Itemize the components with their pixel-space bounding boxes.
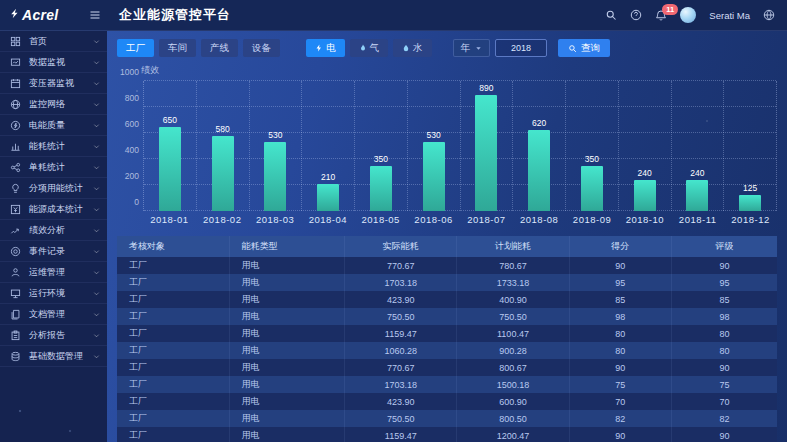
table-row[interactable]: 工厂用电1159.471100.478080 (117, 325, 777, 342)
sidebar-item-event-records[interactable]: 事件记录 (0, 241, 107, 262)
sidebar-item-ops-management[interactable]: 运维管理 (0, 262, 107, 283)
energy-gas-button[interactable]: 气 (350, 39, 389, 57)
sidebar-item-power-quality[interactable]: 电能质量 (0, 115, 107, 136)
table-row[interactable]: 工厂用电1703.181733.189595 (117, 274, 777, 291)
year-input[interactable] (495, 39, 547, 57)
sidebar-item-home[interactable]: 首页 (0, 31, 107, 52)
table-row[interactable]: 工厂用电1159.471200.479090 (117, 427, 777, 442)
app-root: Acrel 企业能源管控平台 11 Serati Ma (0, 0, 787, 442)
y-tick-label: 0 (134, 197, 139, 207)
sidebar-item-performance-analysis[interactable]: 绩效分析 (0, 220, 107, 241)
search-icon[interactable] (605, 9, 617, 21)
bar-slot: 350 (354, 81, 407, 211)
table-cell: 770.67 (345, 257, 457, 274)
query-button[interactable]: 查询 (558, 39, 610, 57)
bar-value-label: 890 (479, 83, 493, 93)
bar[interactable] (581, 166, 603, 212)
bar[interactable] (264, 142, 286, 211)
sidebar-item-unit-consumption[interactable]: 单耗统计 (0, 157, 107, 178)
sidebar-item-label: 监控网络 (29, 98, 93, 111)
sidebar-item-energy-stats[interactable]: 能耗统计 (0, 136, 107, 157)
sidebar-item-energy-cost[interactable]: 能源成本统计 (0, 199, 107, 220)
table-cell: 90 (671, 427, 777, 442)
table-cell: 用电 (229, 257, 345, 274)
assessment-table: 考核对象能耗类型实际能耗计划能耗得分评级 工厂用电770.67780.67909… (117, 236, 777, 442)
sidebar-item-label: 绩效分析 (29, 224, 93, 237)
notifications[interactable]: 11 (655, 9, 667, 22)
y-tick-label: 1000 (120, 67, 139, 77)
bar[interactable] (686, 180, 708, 211)
energy-water-button[interactable]: 水 (393, 39, 432, 57)
bar-chart-icon (10, 141, 23, 152)
table-cell: 用电 (229, 342, 345, 359)
bar-slot: 210 (301, 81, 354, 211)
column-header: 能耗类型 (229, 236, 345, 257)
sidebar-item-monitor-network[interactable]: 监控网络 (0, 94, 107, 115)
sidebar-item-label: 运行环境 (29, 287, 93, 300)
table-cell: 70 (569, 393, 671, 410)
bar[interactable] (212, 136, 234, 211)
table-cell: 82 (671, 410, 777, 427)
table-cell: 770.67 (345, 359, 457, 376)
header-actions: 11 Serati Ma (605, 7, 787, 23)
sidebar-item-data-monitor[interactable]: 数据监视 (0, 52, 107, 73)
table-row[interactable]: 工厂用电750.50750.509898 (117, 308, 777, 325)
sidebar-item-analysis-report[interactable]: 分析报告 (0, 325, 107, 346)
bar[interactable] (475, 95, 497, 211)
bar-value-label: 530 (427, 130, 441, 140)
chevron-down-icon (93, 80, 100, 87)
period-select[interactable]: 年 (453, 39, 491, 57)
table-cell: 工厂 (117, 342, 229, 359)
help-icon[interactable] (630, 9, 642, 21)
sidebar-item-label: 分项用能统计 (29, 182, 93, 195)
bar-slot: 350 (565, 81, 618, 211)
x-tick-label: 2018-02 (196, 214, 249, 227)
column-header: 考核对象 (117, 236, 229, 257)
bar[interactable] (370, 166, 392, 212)
bar-value-label: 210 (321, 172, 335, 182)
table-cell: 95 (671, 274, 777, 291)
sidebar-item-document-management[interactable]: 文档管理 (0, 304, 107, 325)
tab-workshop[interactable]: 车间 (159, 39, 196, 57)
notification-badge: 11 (662, 4, 678, 15)
language-icon[interactable] (763, 9, 775, 21)
query-button-label: 查询 (581, 42, 600, 55)
avatar[interactable] (680, 7, 696, 23)
bar[interactable] (159, 127, 181, 212)
sidebar-item-label: 数据监视 (29, 56, 93, 69)
sidebar-item-runtime-environment[interactable]: 运行环境 (0, 283, 107, 304)
table-cell: 85 (671, 291, 777, 308)
bar[interactable] (423, 142, 445, 211)
table-row[interactable]: 工厂用电423.90600.907070 (117, 393, 777, 410)
table-row[interactable]: 工厂用电750.50800.508282 (117, 410, 777, 427)
table-cell: 95 (569, 274, 671, 291)
bar-slot: 580 (196, 81, 249, 211)
tab-factory[interactable]: 工厂 (117, 39, 154, 57)
table-row[interactable]: 工厂用电770.67800.679090 (117, 359, 777, 376)
search-icon (568, 44, 577, 53)
tab-equipment[interactable]: 设备 (243, 39, 280, 57)
bar[interactable] (634, 180, 656, 211)
energy-label: 气 (370, 42, 380, 55)
energy-electricity-button[interactable]: 电 (306, 39, 345, 57)
sidebar-item-transformer-monitor[interactable]: 变压器监视 (0, 73, 107, 94)
table-row[interactable]: 工厂用电770.67780.679090 (117, 257, 777, 274)
bar[interactable] (739, 195, 761, 211)
table-row[interactable]: 工厂用电423.90400.908585 (117, 291, 777, 308)
table-cell: 90 (671, 359, 777, 376)
sidebar-item-subitem-energy[interactable]: 分项用能统计 (0, 178, 107, 199)
table-row[interactable]: 工厂用电1703.181500.187575 (117, 376, 777, 393)
user-name[interactable]: Serati Ma (709, 10, 750, 21)
table-cell: 工厂 (117, 308, 229, 325)
column-header: 评级 (671, 236, 777, 257)
tab-production-line[interactable]: 产线 (201, 39, 238, 57)
table-row[interactable]: 工厂用电1060.28900.288080 (117, 342, 777, 359)
bar-slot: 240 (671, 81, 724, 211)
droplet-icon (402, 43, 410, 53)
bar[interactable] (317, 184, 339, 211)
sidebar-item-basic-data-management[interactable]: 基础数据管理 (0, 346, 107, 367)
table-cell: 工厂 (117, 257, 229, 274)
sidebar-item-label: 变压器监视 (29, 77, 93, 90)
bar[interactable] (528, 130, 550, 211)
menu-toggle-icon[interactable] (89, 9, 101, 21)
